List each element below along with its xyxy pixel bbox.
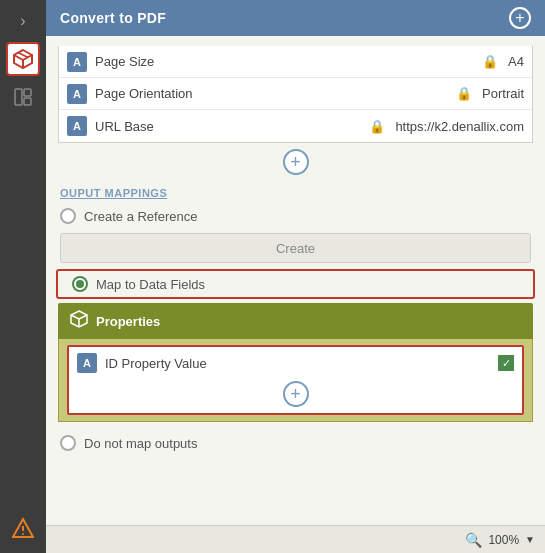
add-button[interactable]: + xyxy=(509,7,531,29)
panel-title: Convert to PDF xyxy=(60,10,166,26)
main-panel: Convert to PDF + A Page Size 🔒 A4 A Page… xyxy=(46,0,545,553)
properties-section: Properties A ID Property Value ✓ + xyxy=(58,303,533,422)
id-property-checkbox[interactable]: ✓ xyxy=(498,355,514,371)
properties-subsection-body: A ID Property Value ✓ + xyxy=(58,339,533,422)
panel-header: Convert to PDF + xyxy=(46,0,545,36)
do-not-map-radio[interactable] xyxy=(60,435,76,451)
lock-icon-pagesize: 🔒 xyxy=(482,54,498,69)
prop-name-orientation: Page Orientation xyxy=(95,86,456,101)
svg-line-13 xyxy=(71,315,79,319)
svg-rect-6 xyxy=(24,89,31,96)
svg-line-4 xyxy=(18,53,28,58)
zoom-icon: 🔍 xyxy=(465,532,482,548)
sidebar-collapse-arrow[interactable]: › xyxy=(16,8,29,34)
type-icon-orientation: A xyxy=(67,84,87,104)
content-area: A Page Size 🔒 A4 A Page Orientation 🔒 Po… xyxy=(46,36,545,525)
sidebar-icon-warning[interactable] xyxy=(6,511,40,545)
svg-line-14 xyxy=(79,315,87,319)
id-property-label: ID Property Value xyxy=(105,356,498,371)
table-row: A URL Base 🔒 https://k2.denallix.com xyxy=(59,110,532,142)
type-icon-idprop: A xyxy=(77,353,97,373)
prop-value-urlbase: https://k2.denallix.com xyxy=(395,119,524,134)
add-id-prop-container: + xyxy=(73,381,518,407)
add-row-container: + xyxy=(46,149,545,175)
output-mappings-label: OUPUT MAPPINGS xyxy=(46,181,545,203)
zoom-dropdown-arrow[interactable]: ▼ xyxy=(525,534,535,545)
do-not-map-option[interactable]: Do not map outputs xyxy=(46,430,545,456)
do-not-map-label: Do not map outputs xyxy=(84,436,197,451)
id-property-container: A ID Property Value ✓ + xyxy=(67,345,524,415)
sidebar-icon-layout[interactable] xyxy=(6,80,40,114)
create-reference-option[interactable]: Create a Reference xyxy=(46,203,545,229)
type-icon-urlbase: A xyxy=(67,116,87,136)
table-row: A Page Orientation 🔒 Portrait xyxy=(59,78,532,110)
svg-point-10 xyxy=(22,533,24,535)
lock-icon-urlbase: 🔒 xyxy=(369,119,385,134)
id-property-row: A ID Property Value ✓ xyxy=(73,349,518,377)
bottom-bar: 🔍 100% ▼ xyxy=(46,525,545,553)
prop-name-pagesize: Page Size xyxy=(95,54,482,69)
lock-icon-orientation: 🔒 xyxy=(456,86,472,101)
svg-rect-7 xyxy=(24,98,31,105)
properties-subsection-header: Properties xyxy=(58,303,533,339)
svg-rect-5 xyxy=(15,89,22,105)
properties-subsection-label: Properties xyxy=(96,314,160,329)
create-reference-label: Create a Reference xyxy=(84,209,197,224)
prop-value-orientation: Portrait xyxy=(482,86,524,101)
type-icon-pagesize: A xyxy=(67,52,87,72)
properties-cube-icon xyxy=(70,310,88,332)
sidebar-icon-package[interactable] xyxy=(6,42,40,76)
add-id-prop-button[interactable]: + xyxy=(283,381,309,407)
create-reference-radio[interactable] xyxy=(60,208,76,224)
prop-value-pagesize: A4 xyxy=(508,54,524,69)
svg-line-2 xyxy=(14,55,23,60)
add-row-button[interactable]: + xyxy=(283,149,309,175)
sidebar: › xyxy=(0,0,46,553)
create-button-area[interactable]: Create xyxy=(60,233,531,263)
create-button-label: Create xyxy=(276,241,315,256)
prop-name-urlbase: URL Base xyxy=(95,119,369,134)
table-row: A Page Size 🔒 A4 xyxy=(59,46,532,78)
map-to-data-label: Map to Data Fields xyxy=(96,277,205,292)
map-to-data-radio[interactable] xyxy=(72,276,88,292)
properties-table: A Page Size 🔒 A4 A Page Orientation 🔒 Po… xyxy=(58,46,533,143)
map-to-data-option[interactable]: Map to Data Fields xyxy=(56,269,535,299)
zoom-value: 100% xyxy=(488,533,519,547)
